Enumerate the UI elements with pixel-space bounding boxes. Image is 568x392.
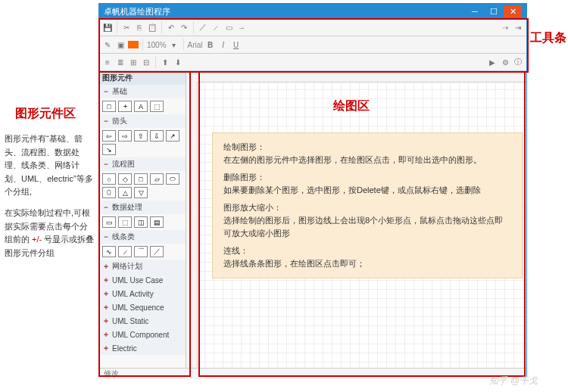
group-label: 箭头 xyxy=(112,116,127,126)
font-name[interactable]: Arial xyxy=(188,41,203,49)
toggle-icon[interactable]: ＋ xyxy=(102,288,110,299)
paste-icon[interactable]: 📋 xyxy=(147,22,158,33)
play-icon[interactable]: ▶ xyxy=(487,57,498,67)
toggle-icon[interactable]: ＋ xyxy=(102,302,110,313)
group-header[interactable]: －线条类 xyxy=(99,230,186,244)
anno-toolbar-label: 工具条 xyxy=(530,30,566,46)
shape-item[interactable]: □ xyxy=(134,173,148,185)
group-label: 基础 xyxy=(112,86,127,97)
group-header[interactable]: ＋UML Use Case xyxy=(99,273,186,287)
group-header[interactable]: －箭头 xyxy=(99,114,186,128)
group-header[interactable]: －流程图 xyxy=(99,157,186,171)
zoom-value[interactable]: 100% xyxy=(147,41,167,49)
help-t4: 连线： xyxy=(223,244,511,257)
group-label: 数据处理 xyxy=(112,202,142,213)
fill-icon[interactable]: ▣ xyxy=(115,39,126,50)
toggle-icon[interactable]: － xyxy=(102,202,110,213)
group-header[interactable]: ＋Electric xyxy=(99,341,186,355)
save-icon[interactable]: 💾 xyxy=(102,22,113,33)
shape-item[interactable]: ⇨ xyxy=(118,130,132,142)
shape-item[interactable]: ▱ xyxy=(150,173,164,185)
shape-item[interactable]: ／ xyxy=(150,246,164,257)
shape-item[interactable]: ○ xyxy=(102,173,116,185)
shape-item[interactable]: ∿ xyxy=(102,246,116,257)
group-header[interactable]: ＋UML Static xyxy=(99,314,186,328)
group-header[interactable]: ＋UML Component xyxy=(99,328,186,341)
panel-title: 图形元件 xyxy=(99,71,186,85)
toggle-icon[interactable]: ＋ xyxy=(102,343,110,353)
connector2-icon[interactable]: ⇥ xyxy=(513,22,523,33)
shape-item[interactable]: ↗ xyxy=(166,130,179,142)
color-swatch[interactable] xyxy=(128,41,139,48)
titlebar[interactable]: 卓帆机器绘图程序 ─ ☐ ✕ xyxy=(99,4,526,19)
help-p3: 选择绘制的图形后，图形边线上会出现8个小矩形点，鼠标点击拖动这些点即可放大或缩小… xyxy=(223,214,511,240)
dropdown-icon[interactable]: ▾ xyxy=(169,39,179,50)
shape-item[interactable]: ↘ xyxy=(102,144,116,155)
desc-p2: 在实际绘制过程中,可根据实际需要点击每个分组前的 +/- 号显示或拆叠图形元件分… xyxy=(5,207,95,260)
polyline-icon[interactable]: ⟋ xyxy=(211,22,221,33)
toggle-icon[interactable]: ＋ xyxy=(102,261,110,272)
copy-icon[interactable]: ⎘ xyxy=(134,22,145,33)
help-box: 绘制图形： 在左侧的图形元件中选择图形，在绘图区点击，即可绘出选中的图形。 删除… xyxy=(212,132,523,278)
toggle-icon[interactable]: ＋ xyxy=(102,275,110,285)
shape-item[interactable]: ⇦ xyxy=(102,130,116,142)
group-header[interactable]: ＋UML Activity xyxy=(99,287,186,300)
toggle-icon[interactable]: ＋ xyxy=(102,316,110,326)
redo-icon[interactable]: ↷ xyxy=(179,22,189,33)
help-t2: 删除图形： xyxy=(223,171,511,184)
shape-item[interactable]: □ xyxy=(102,101,116,112)
pencil-icon[interactable]: ✎ xyxy=(102,39,113,50)
group-body: □＋A⬚ xyxy=(99,98,186,114)
cut-icon[interactable]: ✂ xyxy=(121,22,132,33)
shape-item[interactable]: ⌒ xyxy=(134,246,148,257)
toggle-icon[interactable]: ＋ xyxy=(102,329,110,340)
line-icon[interactable]: ／ xyxy=(198,22,208,33)
shape-item[interactable]: ◫ xyxy=(134,216,148,228)
shape-item[interactable]: ⬚ xyxy=(118,216,132,228)
shape-item[interactable]: ＋ xyxy=(118,101,132,112)
connector-icon[interactable]: ⇢ xyxy=(500,22,510,33)
rect-icon[interactable]: ▭ xyxy=(223,22,234,33)
shape-item[interactable]: ⬭ xyxy=(166,173,179,185)
shape-item[interactable]: A xyxy=(134,101,148,112)
arrow-icon[interactable]: → xyxy=(236,22,247,33)
group-label: 线条类 xyxy=(112,232,135,242)
shape-item[interactable]: ⬯ xyxy=(102,187,116,198)
group-header[interactable]: －数据处理 xyxy=(99,201,186,214)
group-body: ▭⬚◫▤ xyxy=(99,214,186,230)
ungroup-icon[interactable]: ⊟ xyxy=(141,57,151,67)
shape-item[interactable]: ▤ xyxy=(150,216,164,228)
settings-icon[interactable]: ⚙ xyxy=(500,57,510,67)
toggle-icon[interactable]: － xyxy=(102,86,110,97)
shape-item[interactable]: ▭ xyxy=(102,216,116,228)
align-left-icon[interactable]: ≡ xyxy=(102,57,113,67)
underline-icon[interactable]: U xyxy=(231,39,242,50)
group-header[interactable]: ＋UML Sequence xyxy=(99,300,186,314)
undo-icon[interactable]: ↶ xyxy=(166,22,176,33)
shape-item[interactable]: ▽ xyxy=(134,187,148,198)
minimize-button[interactable]: ─ xyxy=(466,5,484,17)
toggle-icon[interactable]: － xyxy=(102,116,110,126)
group-icon[interactable]: ⊞ xyxy=(128,57,139,67)
info-icon[interactable]: ⓘ xyxy=(513,57,523,67)
shapes-panel: 图形元件 －基础□＋A⬚－箭头⇦⇨⇧⇩↗↘－流程图○◇□▱⬭⬯△▽－数据处理▭⬚… xyxy=(99,71,186,368)
group-header[interactable]: －基础 xyxy=(99,85,186,98)
front-icon[interactable]: ⬆ xyxy=(160,57,170,67)
align-center-icon[interactable]: ≣ xyxy=(115,57,126,67)
bold-icon[interactable]: B xyxy=(205,39,216,50)
group-label: Electric xyxy=(112,344,137,353)
maximize-button[interactable]: ☐ xyxy=(485,5,503,17)
italic-icon[interactable]: I xyxy=(218,39,229,50)
toggle-icon[interactable]: － xyxy=(102,232,110,242)
shape-item[interactable]: △ xyxy=(118,187,132,198)
back-icon[interactable]: ⬇ xyxy=(173,57,183,67)
close-button[interactable]: ✕ xyxy=(504,5,522,17)
shape-item[interactable]: ◇ xyxy=(118,173,132,185)
shape-item[interactable]: ⇩ xyxy=(150,130,164,142)
group-header[interactable]: ＋网络计划 xyxy=(99,260,186,273)
toggle-icon[interactable]: － xyxy=(102,159,110,170)
toolbar-row-1: 💾 ✂ ⎘ 📋 ↶ ↷ ／ ⟋ ▭ → ⇢ ⇥ xyxy=(99,19,526,36)
shape-item[interactable]: ⬚ xyxy=(150,101,164,112)
shape-item[interactable]: ⇧ xyxy=(134,130,148,142)
shape-item[interactable]: ⟋ xyxy=(118,246,132,257)
